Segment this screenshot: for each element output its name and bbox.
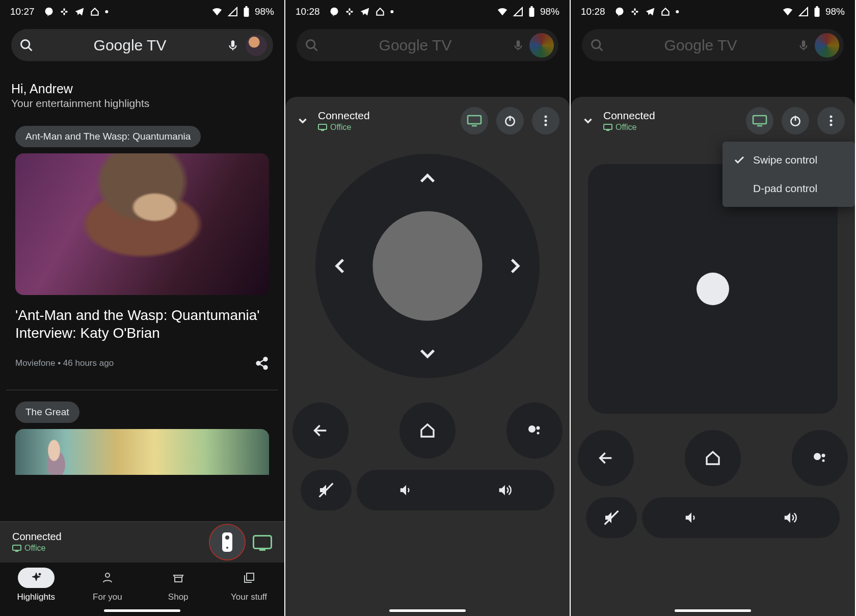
search-icon[interactable]: [19, 38, 34, 52]
dpad-select[interactable]: [373, 211, 483, 321]
connected-device: Office: [12, 544, 202, 553]
mic-icon: [797, 39, 810, 52]
remote-panel-dpad: Connected Office: [285, 97, 570, 616]
connected-label: Connected: [318, 110, 452, 122]
tv-button[interactable]: [461, 107, 488, 135]
search-brand: Google TV: [39, 37, 221, 54]
svg-rect-6: [245, 6, 247, 8]
gesture-bar[interactable]: [104, 609, 180, 612]
svg-rect-48: [634, 8, 635, 11]
svg-rect-47: [635, 11, 638, 12]
dpad-right[interactable]: [504, 255, 525, 277]
highlight-card-1[interactable]: 'Ant-Man and the Wasp: Quantumania' Inte…: [0, 153, 284, 381]
svg-rect-1: [61, 11, 63, 12]
person-icon: [89, 568, 126, 588]
menu-dpad-control[interactable]: D-pad control: [723, 174, 855, 203]
control-mode-menu: Swipe control D-pad control: [723, 142, 855, 207]
slack-icon: [59, 7, 69, 17]
greeting: Hi, Andrew Your entertainment highlights: [0, 66, 284, 115]
battery-percent: 98%: [825, 6, 845, 17]
svg-point-65: [814, 453, 821, 460]
share-icon[interactable]: [255, 356, 269, 370]
remote-button-highlighted[interactable]: [209, 524, 246, 560]
menu-swipe-control[interactable]: Swipe control: [723, 146, 855, 174]
status-bar: 10:27 • 98%: [0, 0, 284, 21]
search-brand: Google TV: [324, 37, 506, 54]
remote-action-row: [285, 403, 570, 459]
signal-icon: [798, 7, 809, 17]
more-notifications-icon: •: [390, 5, 394, 18]
greeting-hi: Hi, Andrew: [11, 82, 273, 96]
check-icon: [733, 154, 746, 166]
tv-button[interactable]: [746, 107, 773, 135]
volume-row: [285, 470, 570, 511]
assistant-button[interactable]: [792, 430, 848, 486]
svg-point-52: [592, 40, 600, 48]
svg-point-61: [830, 116, 833, 118]
nav-shop[interactable]: Shop: [160, 568, 197, 602]
mic-icon[interactable]: [226, 39, 239, 52]
svg-rect-4: [63, 13, 65, 15]
chip-thegreat[interactable]: The Great: [15, 401, 79, 423]
status-bar: 10:28 • 98%: [571, 0, 855, 21]
svg-rect-15: [13, 545, 21, 550]
power-button[interactable]: [782, 107, 809, 135]
battery-icon: [243, 6, 250, 17]
dpad-up[interactable]: [417, 168, 438, 190]
card-thumbnail-2: [15, 429, 269, 475]
gesture-bar[interactable]: [675, 609, 751, 612]
nav-highlights[interactable]: Highlights: [17, 568, 55, 602]
mute-button[interactable]: [301, 470, 352, 511]
svg-rect-24: [349, 8, 350, 11]
svg-rect-5: [244, 8, 249, 17]
back-button[interactable]: [292, 403, 349, 459]
chip-antman[interactable]: Ant-Man and The Wasp: Quantumania: [15, 126, 201, 147]
mute-button[interactable]: [586, 497, 637, 538]
svg-point-0: [45, 8, 52, 15]
power-button[interactable]: [496, 107, 524, 135]
volume-down-button[interactable]: [684, 510, 699, 525]
svg-rect-31: [318, 124, 327, 129]
remote-header: Connected Office: [285, 102, 570, 144]
collapse-icon[interactable]: [296, 114, 310, 127]
swipe-cursor: [697, 273, 729, 305]
svg-point-45: [616, 8, 623, 15]
gesture-bar[interactable]: [389, 609, 466, 612]
svg-point-41: [528, 425, 536, 433]
highlight-card-2[interactable]: [0, 429, 284, 475]
svg-point-37: [545, 116, 547, 118]
volume-up-button[interactable]: [783, 510, 798, 525]
nav-foryou[interactable]: For you: [89, 568, 126, 602]
messenger-icon: [614, 7, 625, 17]
wifi-icon: [497, 7, 508, 17]
nav-yourstuff[interactable]: Your stuff: [231, 568, 268, 602]
sparkle-icon: [18, 568, 55, 588]
dpad-left[interactable]: [330, 255, 351, 277]
more-button[interactable]: [532, 107, 559, 135]
svg-rect-30: [517, 40, 520, 47]
assistant-button[interactable]: [506, 403, 563, 459]
home-button[interactable]: [685, 430, 741, 486]
more-button[interactable]: [817, 107, 845, 135]
volume-down-button[interactable]: [398, 483, 414, 498]
status-time: 10:28: [296, 6, 320, 17]
home-notif-icon: [660, 7, 671, 17]
status-time: 10:27: [10, 6, 35, 17]
volume-up-button[interactable]: [497, 483, 513, 498]
tv-icon[interactable]: [253, 535, 272, 549]
shop-icon: [160, 568, 197, 588]
phone-screen-2: 10:28 • 98% Google TV Connected Of: [285, 0, 571, 616]
search-bar[interactable]: Google TV: [11, 29, 273, 61]
svg-point-62: [830, 120, 833, 122]
more-notifications-icon: •: [105, 5, 109, 18]
collapse-icon[interactable]: [581, 114, 595, 127]
volume-bar: [357, 470, 554, 511]
svg-rect-54: [802, 40, 806, 47]
connected-bar[interactable]: Connected Office: [0, 521, 284, 562]
back-button[interactable]: [578, 430, 634, 486]
home-button[interactable]: [399, 403, 456, 459]
battery-icon: [814, 6, 820, 17]
svg-point-10: [264, 357, 268, 361]
dpad-down[interactable]: [417, 342, 438, 364]
avatar[interactable]: [245, 34, 268, 57]
